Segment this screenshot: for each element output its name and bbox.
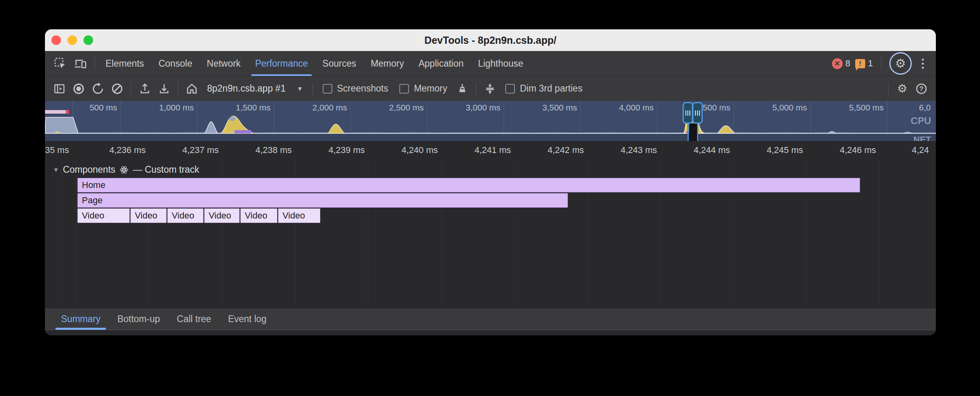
tabbar-left-icons — [45, 51, 98, 76]
video-component-bar[interactable]: Video — [278, 208, 320, 223]
video-component-bar[interactable]: Video — [77, 208, 130, 223]
svg-text:?: ? — [919, 85, 923, 92]
device-toolbar-icon[interactable] — [71, 55, 89, 72]
bottom-tab[interactable]: Summary — [55, 308, 107, 330]
close-window-button[interactable] — [51, 35, 61, 45]
ruler-tick-label: 4,239 ms — [300, 141, 365, 159]
track-name: Components — [63, 164, 115, 175]
overview-tick-label: 2,500 ms — [359, 102, 424, 113]
traffic-lights — [51, 29, 93, 51]
panel-tab[interactable]: Application — [411, 51, 471, 76]
minimize-window-button[interactable] — [67, 35, 77, 45]
component-bar[interactable]: Home — [77, 178, 860, 192]
video-component-bar[interactable]: Video — [167, 208, 203, 223]
help-icon[interactable]: ? — [913, 80, 930, 98]
toolbar-right: ⚙ ? — [885, 80, 930, 98]
gear-icon: ⚙ — [895, 57, 906, 69]
window-bottom-edge — [45, 330, 936, 335]
load-profile-icon[interactable] — [136, 80, 154, 98]
panel-tab[interactable]: Lighthouse — [471, 51, 531, 76]
video-component-bar[interactable]: Video — [204, 208, 240, 223]
video-bars-row: Video Video Video Video Video Video — [77, 208, 860, 223]
save-profile-icon[interactable] — [155, 80, 173, 98]
overview-tick-label: 5,500 ms — [819, 102, 884, 113]
ruler-tick-label: 4,242 ms — [519, 141, 584, 159]
track-suffix: — Custom track — [133, 164, 199, 175]
tabbar-right: ✕ 8 ! 1 ⚙ — [832, 51, 936, 76]
ruler-tick-label: 4,245 ms — [738, 141, 803, 159]
panel-tab[interactable]: Network — [199, 51, 248, 76]
ruler-tick-label: 4,24 — [912, 141, 929, 159]
components-track-rows: Home Page Video Video Video Video Video … — [77, 178, 860, 223]
inspect-element-icon[interactable] — [51, 55, 69, 72]
overview-tick-label: 3,500 ms — [512, 102, 577, 113]
console-errors-badge[interactable]: ✕ 8 — [832, 58, 850, 69]
collapse-sections-icon[interactable] — [481, 80, 499, 98]
checkbox-box — [323, 84, 332, 94]
target-selector[interactable]: 8p2n9n.csb.app #1 ▼ — [202, 83, 308, 94]
warning-icon: ! — [855, 59, 865, 68]
timeline-overview[interactable]: 500 ms 1,000 ms 1,500 ms 2,000 ms 2,500 … — [45, 101, 936, 141]
ruler-tick-label: 4,243 ms — [592, 141, 657, 159]
selection-left-handle[interactable] — [683, 102, 693, 124]
toggle-sidebar-icon[interactable] — [51, 80, 68, 98]
cpu-lane-label: CPU — [911, 115, 931, 127]
checkbox-box — [505, 84, 515, 94]
more-options-menu-button[interactable] — [917, 55, 929, 72]
bottom-tab[interactable]: Call tree — [171, 308, 218, 330]
separator — [178, 82, 178, 95]
flame-chart-area[interactable]: ▼ Components — Custom track Home Page Vi… — [45, 159, 936, 308]
video-component-bar[interactable]: Video — [240, 208, 277, 223]
separator — [131, 82, 131, 95]
devtools-window: DevTools - 8p2n9n.csb.app/ Element — [45, 29, 936, 335]
panel-tab[interactable]: Memory — [364, 51, 411, 76]
record-button[interactable] — [70, 80, 87, 98]
overview-tick-label: 500 ms — [52, 102, 117, 113]
panel-tab[interactable]: Performance — [248, 51, 315, 76]
overview-tick-label: 2,000 ms — [282, 102, 347, 113]
selection-right-handle[interactable] — [692, 102, 703, 124]
warning-count: 1 — [868, 58, 873, 69]
collapse-triangle-icon[interactable]: ▼ — [53, 166, 59, 173]
screenshots-checkbox[interactable]: Screenshots — [318, 83, 393, 94]
separator — [95, 57, 95, 70]
ruler-tick-label: 4,246 ms — [811, 141, 876, 159]
memory-checkbox[interactable]: Memory — [394, 83, 452, 94]
overview-tick-label: 3,000 ms — [435, 102, 500, 113]
bottom-tabs: Summary Bottom-up Call tree Event log — [45, 308, 936, 330]
window-title: DevTools - 8p2n9n.csb.app/ — [425, 35, 557, 46]
ruler-tick-label: 4,241 ms — [446, 141, 511, 159]
video-component-bar[interactable]: Video — [130, 208, 167, 223]
clear-recording-button[interactable] — [108, 80, 126, 98]
ruler-tick-label: 4,237 ms — [154, 141, 219, 159]
bottom-tab[interactable]: Bottom-up — [111, 308, 166, 330]
home-icon[interactable] — [183, 80, 201, 98]
ruler-tick-label: 4,238 ms — [227, 141, 292, 159]
titlebar: DevTools - 8p2n9n.csb.app/ — [45, 29, 936, 51]
console-warnings-badge[interactable]: ! 1 — [855, 58, 873, 69]
time-ruler: 35 ms 4,236 ms 4,237 ms 4,238 ms 4,239 m… — [45, 141, 936, 159]
bottom-tab[interactable]: Event log — [222, 308, 273, 330]
panel-tab[interactable]: Console — [151, 51, 199, 76]
chevron-down-icon: ▼ — [297, 85, 303, 92]
capture-settings-gear-icon[interactable]: ⚙ — [893, 80, 911, 98]
panel-tab[interactable]: Elements — [98, 51, 151, 76]
component-bar[interactable]: Page — [77, 193, 568, 208]
error-icon: ✕ — [832, 58, 843, 69]
error-count: 8 — [846, 58, 850, 69]
performance-toolbar: 8p2n9n.csb.app #1 ▼ Screenshots Memory — [45, 76, 936, 101]
overview-tick-label: 5,000 ms — [742, 102, 807, 113]
ruler-tick-label: 4,236 ms — [81, 141, 146, 159]
record-and-reload-button[interactable] — [89, 80, 107, 98]
overview-tick-label: 6,0 — [919, 102, 931, 113]
overview-tick-label: 1,000 ms — [129, 102, 194, 113]
devtools-settings-button[interactable]: ⚙ — [889, 52, 912, 75]
zoom-window-button[interactable] — [83, 35, 93, 45]
bottom-tabbar: Summary Bottom-up Call tree Event log — [45, 308, 936, 335]
collect-garbage-icon[interactable] — [453, 80, 471, 98]
react-atom-icon — [119, 165, 129, 175]
ruler-tick-label: 4,240 ms — [373, 141, 438, 159]
dim-third-parties-checkbox[interactable]: Dim 3rd parties — [500, 83, 587, 94]
panel-tab[interactable]: Sources — [315, 51, 363, 76]
components-track-header[interactable]: ▼ Components — Custom track — [53, 164, 199, 175]
